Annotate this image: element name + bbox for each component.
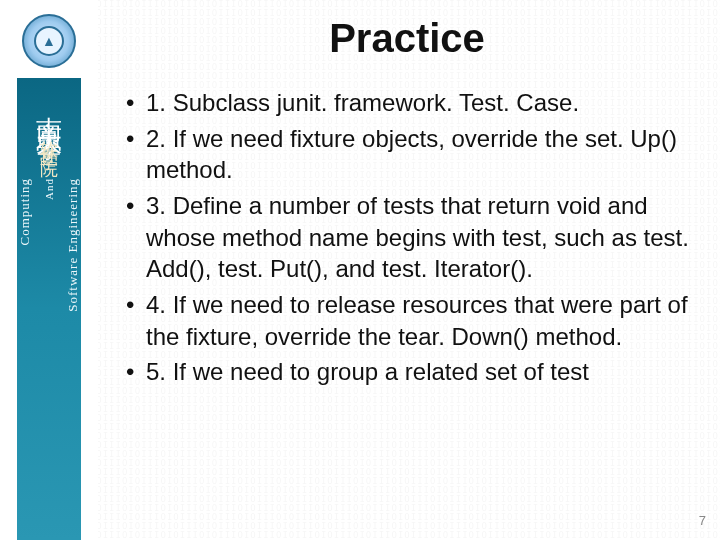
institution-dept-cn: 软件学院 [37, 126, 61, 150]
sidebar: ▲ 南京大學 软件学院 Computing And Software Engin… [0, 0, 98, 540]
slide: ▲ 南京大學 软件学院 Computing And Software Engin… [0, 0, 720, 540]
slide-title: Practice [122, 16, 692, 61]
list-item: 3. Define a number of tests that return … [122, 190, 692, 285]
slide-body: Practice 1. Subclass junit. framework. T… [98, 0, 720, 540]
university-crest-icon: ▲ [22, 14, 76, 68]
en-line-computing: Computing [17, 178, 33, 246]
bullet-list: 1. Subclass junit. framework. Test. Case… [122, 87, 692, 388]
en-line-software: Software Engineering [65, 178, 81, 312]
en-line-and: And [43, 178, 55, 200]
institution-name-cn: 南京大學 [32, 96, 67, 120]
list-item: 1. Subclass junit. framework. Test. Case… [122, 87, 692, 119]
list-item: 4. If we need to release resources that … [122, 289, 692, 352]
list-item: 2. If we need fixture objects, override … [122, 123, 692, 186]
list-item: 5. If we need to group a related set of … [122, 356, 692, 388]
page-number: 7 [699, 513, 706, 528]
sidebar-band: 南京大學 软件学院 Computing And Software Enginee… [17, 78, 81, 540]
institution-name-en: Computing And Software Engineering [17, 178, 81, 312]
crest-inner-icon: ▲ [34, 26, 64, 56]
